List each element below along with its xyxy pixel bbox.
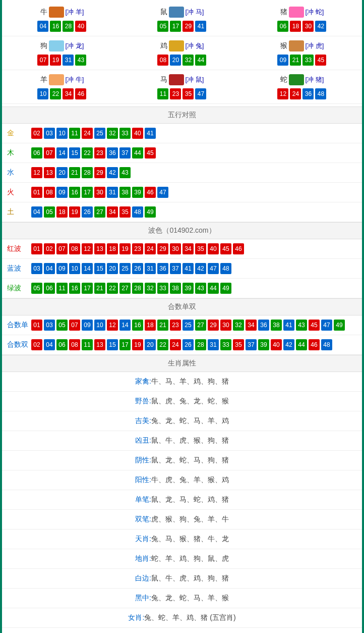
attr-row: 地肖: 蛇、羊、鸡、狗、鼠、虎	[2, 549, 362, 569]
attr-row: 白边: 鼠、牛、虎、鸡、狗、猪	[2, 569, 362, 589]
main-container: 牛[冲 羊]04162840鼠[冲 马]05172941猪[冲 蛇]061830…	[0, 0, 364, 633]
number-ball: 27	[119, 283, 131, 294]
attr-row: 天肖: 兔、马、猴、猪、牛、龙	[2, 530, 362, 549]
zodiac-icon	[289, 40, 304, 51]
number-ball: 29	[208, 320, 219, 331]
number-ball: 09	[82, 320, 93, 331]
number-ball: 25	[119, 263, 131, 274]
attr-value: 蛇、羊、鸡、狗、鼠、虎	[151, 554, 229, 563]
number-row: 蓝波03040910141520252631363741424748	[2, 259, 362, 279]
zodiac-cell: 蛇[冲 猪]12243648	[242, 70, 362, 104]
zodiac-nums: 06183042	[242, 21, 362, 32]
zodiac-name: 猴	[280, 41, 287, 50]
number-ball: 36	[107, 147, 118, 159]
wuxing-rows: 金02031011242532334041木060714152223363744…	[2, 124, 362, 222]
number-ball: 34	[246, 320, 257, 331]
zodiac-name: 羊	[40, 75, 47, 84]
number-ball: 46	[145, 187, 156, 198]
number-ball: 17	[119, 339, 131, 350]
number-ball: 23	[170, 320, 181, 331]
attr-row: 双笔: 虎、猴、狗、兔、羊、牛	[2, 510, 362, 530]
number-ball: 22	[107, 283, 118, 294]
zodiac-icon	[49, 7, 64, 18]
zodiac-name: 鼠	[160, 8, 167, 17]
number-ball: 14	[56, 147, 68, 159]
number-ball: 44	[132, 147, 143, 159]
row-nums: 04051819262734354849	[31, 206, 156, 218]
zodiac-nums: 09213345	[242, 55, 362, 66]
zodiac-icon	[169, 40, 184, 51]
number-ball: 46	[309, 339, 320, 350]
number-ball: 35	[183, 88, 194, 99]
attr-row: 家禽: 牛、马、羊、鸡、狗、猪	[2, 372, 362, 392]
number-ball: 25	[94, 128, 105, 139]
number-ball: 02	[31, 339, 42, 350]
zodiac-header: 猴[冲 虎]	[242, 40, 362, 51]
number-ball: 12	[82, 243, 93, 254]
number-ball: 25	[183, 320, 194, 331]
number-ball: 03	[44, 320, 55, 331]
number-ball: 22	[157, 339, 168, 350]
zodiac-nums: 05172941	[122, 21, 242, 32]
attr-row: 阳性: 牛、虎、兔、羊、猴、鸡	[2, 470, 362, 490]
number-ball: 09	[56, 187, 68, 198]
attr-row: 阴性: 鼠、龙、蛇、马、狗、猪	[2, 451, 362, 470]
attr-label: 女肖:	[128, 613, 144, 622]
number-ball: 37	[246, 339, 257, 350]
attr-label: 黑中:	[135, 594, 151, 603]
number-ball: 17	[82, 283, 93, 294]
number-ball: 49	[145, 206, 156, 218]
attr-row: 野兽: 鼠、虎、兔、龙、蛇、猴	[2, 392, 362, 411]
number-ball: 36	[302, 88, 314, 99]
number-ball: 43	[75, 55, 86, 66]
number-ball: 24	[290, 88, 301, 99]
zodiac-grid: 牛[冲 羊]04162840鼠[冲 马]05172941猪[冲 蛇]061830…	[2, 0, 362, 107]
number-ball: 09	[56, 263, 68, 274]
attr-row: 凶丑: 鼠、牛、虎、猴、狗、猪	[2, 431, 362, 451]
number-ball: 13	[44, 167, 55, 178]
number-ball: 23	[94, 147, 105, 159]
number-ball: 30	[170, 243, 181, 254]
number-ball: 39	[132, 187, 143, 198]
row-nums: 05061116172122272832333839434449	[31, 283, 231, 294]
number-ball: 30	[302, 21, 314, 32]
number-ball: 33	[302, 55, 314, 66]
number-ball: 04	[37, 21, 48, 32]
zodiac-icon	[169, 7, 184, 18]
zodiac-chong: [冲 猪]	[306, 75, 324, 84]
zodiac-icon	[289, 7, 304, 18]
attr-value: 牛、马、羊、鸡、狗、猪	[151, 377, 229, 386]
attr-value: 兔、马、猴、猪、牛、龙	[151, 535, 229, 544]
number-row: 木06071415222336374445	[2, 143, 362, 163]
row-label: 木	[7, 148, 31, 157]
number-ball: 32	[233, 320, 244, 331]
number-ball: 18	[145, 320, 156, 331]
attr-label: 凶丑:	[135, 436, 151, 445]
number-ball: 21	[94, 283, 105, 294]
zodiac-header: 狗[冲 龙]	[2, 40, 122, 51]
number-ball: 21	[69, 167, 80, 178]
row-label: 红波	[7, 244, 31, 253]
number-ball: 02	[31, 128, 42, 139]
number-ball: 33	[119, 128, 131, 139]
number-ball: 49	[220, 283, 231, 294]
number-row: 合数单0103050709101214161821232527293032343…	[2, 315, 362, 335]
number-ball: 40	[208, 243, 219, 254]
number-ball: 18	[107, 243, 118, 254]
number-ball: 06	[31, 147, 42, 159]
number-row: 水1213202128294243	[2, 163, 362, 183]
number-ball: 13	[94, 339, 105, 350]
number-ball: 08	[44, 187, 55, 198]
number-ball: 46	[233, 243, 244, 254]
number-ball: 04	[44, 263, 55, 274]
number-ball: 45	[315, 55, 326, 66]
attr-value: 鼠、牛、虎、鸡、狗、猪	[151, 574, 229, 583]
number-ball: 27	[195, 320, 206, 331]
number-ball: 34	[183, 243, 194, 254]
number-ball: 03	[44, 128, 55, 139]
number-ball: 49	[334, 320, 345, 331]
zodiac-nums: 04162840	[2, 21, 122, 32]
number-ball: 03	[31, 263, 42, 274]
number-ball: 31	[63, 55, 74, 66]
zodiac-chong: [冲 虎]	[306, 41, 324, 50]
